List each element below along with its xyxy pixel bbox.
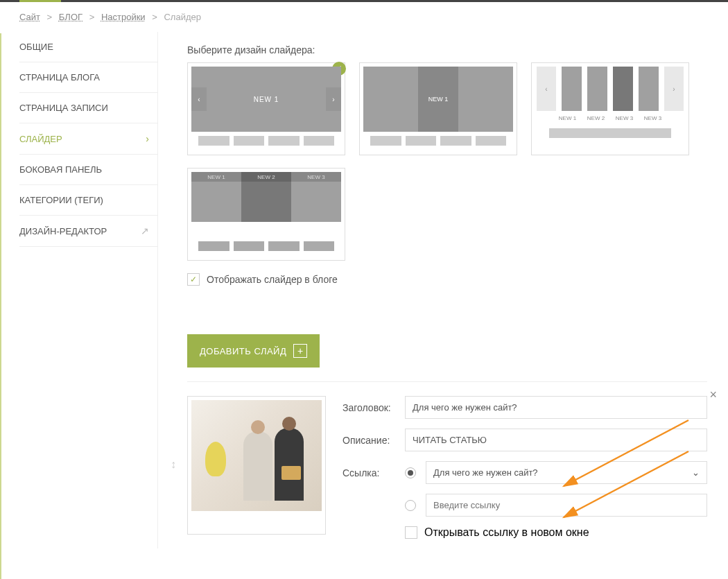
slider-design-2[interactable]: NEW 1 — [359, 62, 517, 155]
show-slider-checkbox[interactable]: ✓ — [187, 273, 200, 286]
external-link-icon: ↗ — [141, 225, 149, 236]
breadcrumb-blog[interactable]: БЛОГ — [59, 12, 83, 22]
slider-design-1[interactable]: ✓ ‹ NEW 1 › — [187, 62, 345, 155]
open-new-window-label: Открывать ссылку в новом окне — [424, 526, 589, 539]
section-title: Выберите дизайн слайдера: — [187, 44, 707, 55]
drag-handle-icon[interactable]: ↕ — [171, 458, 176, 471]
sidebar-item-design-editor[interactable]: ДИЗАЙН-РЕДАКТОР ↗ — [19, 216, 157, 247]
chevron-right-icon: › — [146, 133, 149, 144]
sidebar-item-post-page[interactable]: СТРАНИЦА ЗАПИСИ — [19, 93, 157, 123]
link-radio-dropdown[interactable] — [405, 467, 416, 478]
sidebar-item-blog-page[interactable]: СТРАНИЦА БЛОГА — [19, 62, 157, 93]
sidebar-item-slider[interactable]: СЛАЙДЕР › — [19, 123, 157, 155]
preview-arrow-right-icon: › — [664, 67, 684, 111]
desc-label: Описание: — [343, 435, 405, 446]
show-slider-label: Отображать слайдер в блоге — [207, 274, 338, 285]
preview-arrow-left-icon: ‹ — [537, 67, 556, 111]
open-new-window-checkbox[interactable] — [405, 526, 417, 539]
preview-label: NEW 1 — [428, 96, 449, 103]
link-radio-custom[interactable] — [405, 500, 416, 511]
sidebar: ОБЩИЕ СТРАНИЦА БЛОГА СТРАНИЦА ЗАПИСИ СЛА… — [19, 32, 158, 548]
link-url-input[interactable] — [426, 494, 707, 517]
chevron-down-icon: ⌄ — [692, 467, 700, 478]
sidebar-item-categories[interactable]: КАТЕГОРИИ (ТЕГИ) — [19, 185, 157, 216]
slide-editor: × ↕ Заголовок: Описание: — [187, 381, 707, 548]
link-dropdown[interactable]: Для чего же нужен сайт? ⌄ — [426, 461, 707, 484]
preview-label: NEW 1 — [254, 96, 279, 103]
breadcrumb-site[interactable]: Сайт — [19, 12, 40, 22]
breadcrumb: Сайт > БЛОГ > Настройки > Слайдер — [0, 2, 728, 32]
sidebar-item-general[interactable]: ОБЩИЕ — [19, 32, 157, 62]
breadcrumb-settings[interactable]: Настройки — [101, 12, 146, 22]
plus-icon: + — [293, 344, 307, 358]
slider-design-3[interactable]: ‹ › NEW 1 NEW 2 NEW 3 NEW 3 — [531, 62, 689, 155]
slider-design-4[interactable]: NEW 1 NEW 2 NEW 3 — [187, 168, 345, 261]
slide-image — [191, 400, 322, 511]
add-slide-button[interactable]: ДОБАВИТЬ СЛАЙД + — [187, 334, 320, 368]
desc-input[interactable] — [405, 429, 707, 451]
preview-arrow-left-icon: ‹ — [191, 87, 207, 111]
preview-arrow-right-icon: › — [326, 87, 341, 111]
sidebar-item-side-panel[interactable]: БОКОВАЯ ПАНЕЛЬ — [19, 155, 157, 185]
title-label: Заголовок: — [343, 402, 405, 413]
breadcrumb-current: Слайдер — [164, 12, 201, 22]
close-icon[interactable]: × — [709, 388, 717, 402]
title-input[interactable] — [405, 396, 707, 419]
link-label: Ссылка: — [343, 467, 405, 478]
slide-thumbnail[interactable] — [187, 396, 326, 535]
